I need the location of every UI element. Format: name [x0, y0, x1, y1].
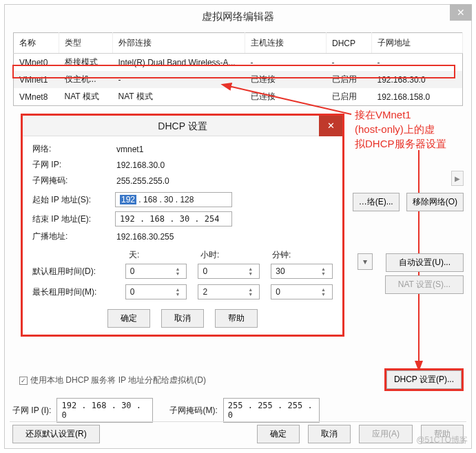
- subnet-mask-label: 子网掩码(M):: [169, 405, 217, 417]
- dhcp-settings-button[interactable]: DHCP 设置(P)...: [386, 370, 462, 389]
- end-ip-label: 结束 IP 地址(E):: [32, 213, 115, 225]
- scroll-right-icon[interactable]: ▶: [451, 171, 464, 186]
- network-label: 网络:: [32, 143, 115, 155]
- max-lease-days-input[interactable]: 0▲▼: [125, 284, 187, 299]
- start-ip-label: 起始 IP 地址(S):: [32, 194, 115, 206]
- end-ip-input[interactable]: 192 . 168 . 30 . 254: [115, 211, 232, 226]
- spin-up-icon[interactable]: ▲: [321, 266, 331, 271]
- ok-button[interactable]: 确定: [257, 425, 300, 443]
- dropdown-toggle[interactable]: ▾: [358, 253, 373, 270]
- start-ip-input[interactable]: 192 . 168 . 30 . 128: [115, 192, 232, 207]
- dhcp-settings-dialog: DHCP 设置 ✕ 网络: vmnet1 子网 IP: 192.168.30.0…: [21, 114, 344, 337]
- use-local-dhcp-label: 使用本地 DHCP 服务将 IP 地址分配给虚拟机(D): [30, 375, 206, 386]
- label-hours: 小时:: [200, 249, 261, 261]
- dialog-titlebar: DHCP 设置 ✕: [23, 116, 342, 136]
- side-buttons: …络(E)... 移除网络(O): [353, 193, 464, 211]
- subnet-ip-value: 192.168.30.0: [115, 160, 165, 170]
- window-titlebar: 虚拟网络编辑器 ✕: [5, 5, 471, 28]
- cancel-button[interactable]: 取消: [308, 425, 351, 443]
- broadcast-label: 广播地址:: [32, 231, 115, 242]
- spin-down-icon[interactable]: ▼: [321, 292, 331, 297]
- max-lease-minutes-input[interactable]: 0▲▼: [271, 284, 333, 299]
- network-table: 名称 类型 外部连接 主机连接 DHCP 子网地址 VMnet0 桥接模式 In…: [13, 32, 463, 106]
- use-local-dhcp-checkbox[interactable]: ✓: [19, 377, 28, 385]
- spin-down-icon[interactable]: ▼: [248, 271, 258, 276]
- dialog-title: DHCP 设置: [158, 120, 207, 131]
- start-ip-selected-octet: 192: [120, 195, 136, 204]
- add-network-button[interactable]: …络(E)...: [353, 193, 400, 211]
- cancel-button[interactable]: 取消: [161, 309, 204, 328]
- use-local-dhcp-row: ✓ 使用本地 DHCP 服务将 IP 地址分配给虚拟机(D): [19, 375, 206, 386]
- col-host[interactable]: 主机连接: [245, 33, 327, 54]
- spin-up-icon[interactable]: ▲: [248, 287, 258, 292]
- network-value: vmnet1: [115, 145, 143, 154]
- spin-up-icon[interactable]: ▲: [321, 287, 331, 292]
- spin-down-icon[interactable]: ▼: [175, 292, 185, 297]
- subnet-ip-label: 子网 IP (I):: [12, 405, 51, 417]
- col-external[interactable]: 外部连接: [113, 33, 245, 54]
- watermark: @51CTO博客: [416, 434, 468, 446]
- table-row[interactable]: VMnet0 桥接模式 Intel(R) Dual Band Wireless-…: [14, 54, 463, 72]
- restore-defaults-button[interactable]: 还原默认设置(R): [12, 425, 100, 443]
- spin-up-icon[interactable]: ▲: [175, 287, 185, 292]
- table-row[interactable]: VMnet8 NAT 模式 NAT 模式 已连接 已启用 192.168.158…: [14, 88, 463, 106]
- nat-settings-button-wrap: NAT 设置(S)...: [385, 275, 464, 294]
- annotation-text: 接在VMnet1 (host-only)上的虚 拟DHCP服务器设置: [355, 107, 470, 151]
- col-name[interactable]: 名称: [14, 33, 59, 54]
- spin-up-icon[interactable]: ▲: [248, 266, 258, 271]
- auto-settings-button[interactable]: 自动设置(U)...: [386, 253, 464, 272]
- subnet-mask-value: 255.255.255.0: [115, 176, 169, 186]
- spin-down-icon[interactable]: ▼: [175, 271, 185, 276]
- time-unit-labels: 天: 小时: 分钟:: [129, 249, 333, 261]
- nat-settings-button: NAT 设置(S)...: [385, 275, 464, 294]
- apply-button: 应用(A): [359, 425, 413, 443]
- col-subnet[interactable]: 子网地址: [372, 33, 463, 54]
- label-days: 天:: [129, 249, 189, 261]
- spin-down-icon[interactable]: ▼: [248, 292, 258, 297]
- default-lease-days-input[interactable]: 0▲▼: [125, 264, 187, 279]
- label-minutes: 分钟:: [272, 249, 333, 261]
- spin-up-icon[interactable]: ▲: [175, 266, 185, 271]
- max-lease-label: 最长租用时间(M):: [32, 286, 114, 298]
- window-title: 虚拟网络编辑器: [202, 10, 274, 22]
- subnet-mask-label: 子网掩码:: [32, 175, 115, 187]
- auto-settings-button-wrap: 自动设置(U)...: [386, 253, 464, 272]
- broadcast-value: 192.168.30.255: [115, 232, 174, 242]
- ok-button[interactable]: 确定: [107, 309, 150, 328]
- spin-down-icon[interactable]: ▼: [321, 271, 331, 276]
- remove-network-button[interactable]: 移除网络(O): [406, 193, 464, 211]
- col-dhcp[interactable]: DHCP: [327, 33, 372, 54]
- bottom-bar: 还原默认设置(R) 确定 取消 应用(A) 帮助: [4, 419, 472, 449]
- table-row-selected[interactable]: VMnet1 仅主机... - 已连接 已启用 192.168.30.0: [14, 71, 463, 88]
- close-icon[interactable]: ✕: [450, 4, 472, 21]
- help-button[interactable]: 帮助: [215, 309, 258, 328]
- subnet-ip-label: 子网 IP:: [32, 159, 115, 171]
- default-lease-minutes-input[interactable]: 30▲▼: [271, 264, 333, 279]
- col-type[interactable]: 类型: [59, 33, 113, 54]
- close-icon[interactable]: ✕: [319, 116, 342, 136]
- dhcp-settings-highlight: DHCP 设置(P)...: [384, 368, 464, 391]
- default-lease-label: 默认租用时间(D):: [32, 266, 114, 277]
- max-lease-hours-input[interactable]: 2▲▼: [198, 284, 260, 299]
- default-lease-hours-input[interactable]: 0▲▼: [198, 264, 260, 279]
